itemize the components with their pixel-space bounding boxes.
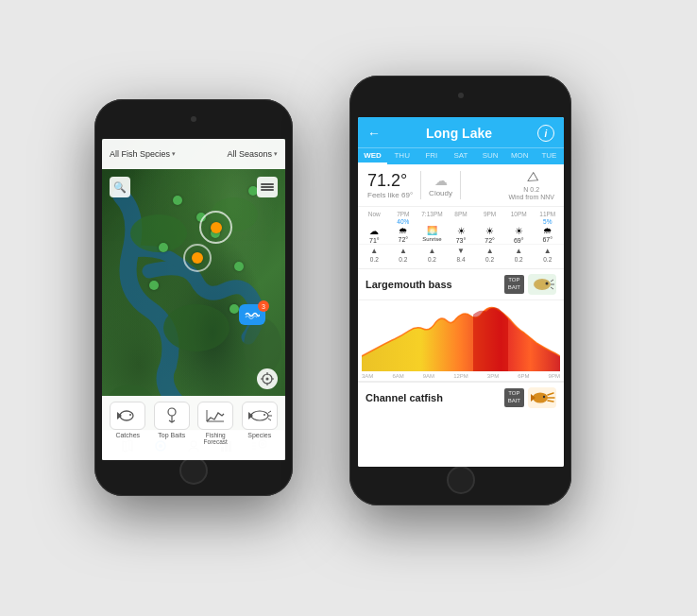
info-header: ← Long Lake i	[358, 117, 564, 147]
wave-icon	[245, 309, 260, 320]
layers-icon	[261, 180, 274, 194]
bass-chart-svg	[362, 300, 560, 371]
wind-arrow-icon-6: ▲	[515, 247, 522, 255]
weather-condition: ☁ Cloudy	[429, 173, 452, 197]
svg-point-38	[543, 396, 545, 398]
home-button-right[interactable]	[447, 466, 475, 494]
tab-tue[interactable]: TUE	[535, 148, 564, 164]
search-icon: 🔍	[113, 181, 127, 194]
gps-icon	[261, 372, 274, 385]
wind-arrow-icon-5: ▲	[486, 247, 494, 255]
hour-10pm: 10PM _ ☀ 69°	[504, 211, 534, 244]
largemouth-section: Largemouth bass TOPBAIT	[358, 269, 564, 379]
species-icon-box	[242, 402, 278, 430]
selected-pin-2[interactable]	[192, 252, 203, 264]
baits-icon-box	[154, 402, 190, 430]
svg-point-19	[251, 411, 268, 420]
svg-rect-6	[261, 186, 274, 188]
forecast-item[interactable]: Fishing Forecast	[194, 402, 238, 458]
home-button-left[interactable]	[179, 456, 208, 485]
wind-arrow-icon-4: ▼	[457, 247, 465, 255]
divider-1	[420, 171, 421, 199]
day-tabs: WED THU FRI SAT SUN MON TUE	[358, 147, 564, 164]
tab-sun[interactable]: SUN	[476, 148, 505, 164]
catches-item[interactable]: Catches	[106, 402, 150, 458]
catches-icon-box	[110, 402, 145, 430]
lake-title: Long Lake	[381, 126, 537, 141]
tab-fri[interactable]: FRI	[416, 148, 446, 164]
map-pin-3[interactable]	[159, 243, 168, 252]
fish-section: Largemouth bass TOPBAIT	[358, 268, 564, 467]
seasons-dropdown[interactable]: All Seasons ▾	[227, 149, 278, 159]
species-icon	[247, 409, 272, 422]
largemouth-header: Largemouth bass TOPBAIT	[358, 269, 564, 300]
scene: All Fish Species ▾ All Seasons ▾ 🔍	[0, 0, 697, 616]
catfish-section: Channel catfish TOPBAIT	[358, 381, 564, 413]
wind-speed: N 0.2	[523, 186, 539, 193]
wind-7: ▲ 0.2	[533, 247, 562, 263]
hourly-section: Now _ ☁ 71° 7PM 40% 🌧 72° 7:13PM	[358, 207, 564, 268]
map-pin-5[interactable]	[234, 262, 244, 271]
back-button[interactable]: ←	[367, 126, 381, 141]
catches-label: Catches	[115, 432, 140, 438]
wind-block: ◁ N 0.2 Wind from NNV	[508, 170, 554, 200]
seasons-label: All Seasons	[227, 149, 272, 159]
search-button[interactable]: 🔍	[110, 177, 130, 197]
hour-8pm: 8PM _ ☀ 73°	[447, 211, 476, 244]
feels-like: Feels like 69°	[367, 191, 413, 199]
species-dropdown[interactable]: All Fish Species ▾	[110, 149, 176, 159]
species-label: Species	[247, 432, 271, 438]
svg-rect-7	[261, 183, 274, 185]
wind-6: ▲ 0.2	[504, 247, 534, 263]
map-pin-6[interactable]	[149, 281, 159, 290]
map-view: All Fish Species ▾ All Seasons ▾ 🔍	[102, 139, 285, 460]
tab-thu[interactable]: THU	[387, 148, 416, 164]
map-pin-8[interactable]	[230, 304, 239, 314]
forecast-icon-box	[197, 402, 233, 430]
top-baits-item[interactable]: Top Baits	[150, 402, 195, 458]
hour-sunrise: 7:13PM _ 🌅 Sunrise	[417, 211, 447, 242]
time-axis-1: 3AM 6AM 9AM 12PM 3PM 6PM 9PM	[358, 371, 564, 379]
wind-arrow-icon-7: ▲	[544, 247, 552, 255]
svg-point-20	[264, 414, 265, 416]
map-pin-7[interactable]	[173, 196, 182, 205]
svg-point-16	[168, 408, 176, 416]
top-bait-badge-1: TOPBAIT	[504, 275, 524, 294]
seasons-arrow: ▾	[274, 150, 278, 158]
catfish-icon	[529, 389, 555, 406]
species-item[interactable]: Species	[238, 402, 282, 458]
divider-2	[460, 171, 461, 199]
tab-mon[interactable]: MON	[505, 148, 535, 164]
wind-5: ▲ 0.2	[475, 247, 504, 263]
gps-button[interactable]	[257, 368, 278, 389]
info-screen: ← Long Lake i WED THU FRI SAT SUN MON T	[358, 117, 564, 467]
phone-left: All Fish Species ▾ All Seasons ▾ 🔍	[94, 99, 293, 496]
hour-now: Now _ ☁ 71°	[360, 211, 389, 244]
bait-image-1	[528, 274, 556, 295]
wind-1: ▲ 0.2	[360, 247, 389, 263]
wind-direction: Wind from NNV	[508, 194, 554, 200]
wind-2: ▲ 0.2	[389, 247, 418, 263]
svg-point-36	[546, 282, 549, 285]
weather-section: 71.2° Feels like 69° ☁ Cloudy ◁ N 0.2 Wi…	[358, 164, 564, 207]
chart-icon	[205, 408, 226, 423]
toolbar-icons: Catches Top Baits	[102, 396, 285, 460]
info-button[interactable]: i	[537, 125, 554, 142]
wind-arrow-icon-1: ▲	[370, 247, 378, 255]
phone-right: ← Long Lake i WED THU FRI SAT SUN MON T	[349, 76, 571, 505]
layers-button[interactable]	[257, 177, 278, 197]
svg-point-2	[163, 304, 230, 351]
svg-point-14	[120, 411, 133, 420]
bait-icon	[162, 407, 182, 424]
condition-label: Cloudy	[429, 189, 452, 197]
tab-sat[interactable]: SAT	[446, 148, 475, 164]
svg-point-9	[266, 378, 269, 381]
svg-point-3	[244, 318, 281, 375]
svg-rect-5	[261, 189, 274, 191]
tab-wed[interactable]: WED	[358, 148, 387, 164]
species-arrow: ▾	[172, 150, 176, 158]
catfish-name: Channel catfish	[366, 392, 504, 403]
wave-badge[interactable]: 3	[239, 304, 265, 325]
badge-count: 3	[258, 300, 269, 312]
selected-pin-1[interactable]	[211, 222, 222, 233]
